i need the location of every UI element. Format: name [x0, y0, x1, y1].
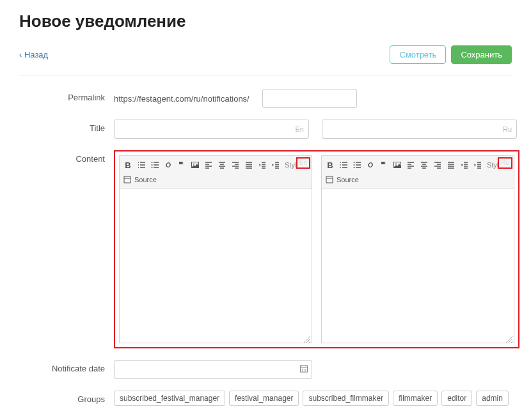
- bold-icon[interactable]: B: [123, 160, 132, 169]
- svg-point-7: [353, 164, 354, 166]
- editor-ru-lang-box: Ru: [498, 157, 512, 169]
- save-button[interactable]: Сохранить: [451, 45, 512, 64]
- notificate-date-input[interactable]: [114, 360, 312, 379]
- svg-point-1: [152, 164, 153, 166]
- group-tag[interactable]: subscribed_filmmaker: [303, 391, 389, 406]
- editor-en-body[interactable]: [120, 189, 312, 343]
- align-justify-icon[interactable]: [447, 160, 456, 169]
- align-right-icon[interactable]: [433, 160, 442, 169]
- bullet-list-icon[interactable]: [353, 160, 361, 169]
- label-title: Title: [19, 120, 114, 133]
- outdent-icon[interactable]: [460, 160, 469, 169]
- svg-point-6: [353, 162, 354, 163]
- align-center-icon[interactable]: [218, 160, 226, 169]
- source-button[interactable]: Source: [337, 176, 359, 183]
- title-en-input[interactable]: [114, 120, 309, 139]
- permalink-slug-input[interactable]: [262, 89, 357, 108]
- link-icon[interactable]: [164, 160, 173, 169]
- align-left-icon[interactable]: [204, 160, 213, 169]
- row-permalink: Permalink https://festagent.com/ru/notif…: [19, 89, 512, 108]
- back-link[interactable]: ‹ Назад: [19, 50, 48, 59]
- editor-ru-body[interactable]: [322, 189, 514, 343]
- row-groups: Groups subscribed_festival_manager festi…: [19, 391, 512, 406]
- group-tag[interactable]: filmmaker: [393, 391, 438, 406]
- indent-icon[interactable]: [271, 160, 280, 169]
- editor-ru-toolbar: B Styles▾: [322, 156, 514, 189]
- editor-ru: B Styles▾: [321, 155, 514, 343]
- groups-list: subscribed_festival_manager festival_man…: [114, 391, 509, 406]
- label-content: Content: [19, 150, 114, 164]
- svg-point-10: [395, 164, 397, 165]
- group-tag[interactable]: subscribed_festival_manager: [114, 391, 225, 406]
- svg-rect-11: [326, 176, 333, 183]
- link-icon[interactable]: [366, 160, 375, 169]
- source-icon[interactable]: [326, 176, 333, 183]
- permalink-base: https://festagent.com/ru/notifications/: [114, 94, 250, 104]
- image-icon[interactable]: [393, 160, 402, 169]
- svg-point-0: [152, 162, 153, 163]
- title-ru-input[interactable]: [322, 120, 517, 139]
- top-bar: ‹ Назад Смотреть Сохранить: [19, 45, 512, 76]
- label-groups: Groups: [19, 391, 114, 404]
- top-actions: Смотреть Сохранить: [390, 45, 512, 64]
- bold-icon[interactable]: B: [326, 160, 335, 169]
- svg-point-2: [152, 167, 153, 168]
- editor-en-toolbar: B Styles▾: [120, 156, 312, 189]
- resize-handle-icon[interactable]: [506, 335, 512, 341]
- row-content: Content B: [19, 150, 512, 348]
- source-button[interactable]: Source: [134, 176, 157, 183]
- label-notificate-date: Notificate date: [19, 360, 114, 373]
- page-title: Новое уведомление: [19, 12, 512, 31]
- group-tag[interactable]: admin: [476, 391, 509, 406]
- flag-icon[interactable]: [379, 160, 388, 169]
- content-highlight-box: B Styles▾: [114, 150, 519, 348]
- outdent-icon[interactable]: [258, 160, 267, 169]
- numbered-list-icon[interactable]: [339, 160, 348, 169]
- align-center-icon[interactable]: [420, 160, 429, 169]
- numbered-list-icon[interactable]: [137, 160, 146, 169]
- image-icon[interactable]: [191, 160, 200, 169]
- editor-en: B Styles▾: [119, 155, 312, 343]
- editor-en-lang-box: En: [296, 157, 310, 169]
- resize-handle-icon[interactable]: [304, 335, 310, 341]
- row-title: Title En Ru: [19, 120, 512, 139]
- preview-button[interactable]: Смотреть: [390, 45, 446, 64]
- align-right-icon[interactable]: [231, 160, 240, 169]
- source-icon[interactable]: [123, 176, 131, 183]
- svg-point-8: [353, 167, 354, 168]
- flag-icon[interactable]: [177, 160, 186, 169]
- group-tag[interactable]: festival_manager: [229, 391, 299, 406]
- indent-icon[interactable]: [473, 160, 482, 169]
- align-left-icon[interactable]: [406, 160, 415, 169]
- label-permalink: Permalink: [19, 89, 114, 102]
- row-notificate-date: Notificate date: [19, 360, 512, 379]
- svg-point-4: [193, 164, 194, 165]
- align-justify-icon[interactable]: [244, 160, 253, 169]
- group-tag[interactable]: editor: [441, 391, 472, 406]
- svg-rect-5: [124, 176, 131, 183]
- bullet-list-icon[interactable]: [150, 160, 159, 169]
